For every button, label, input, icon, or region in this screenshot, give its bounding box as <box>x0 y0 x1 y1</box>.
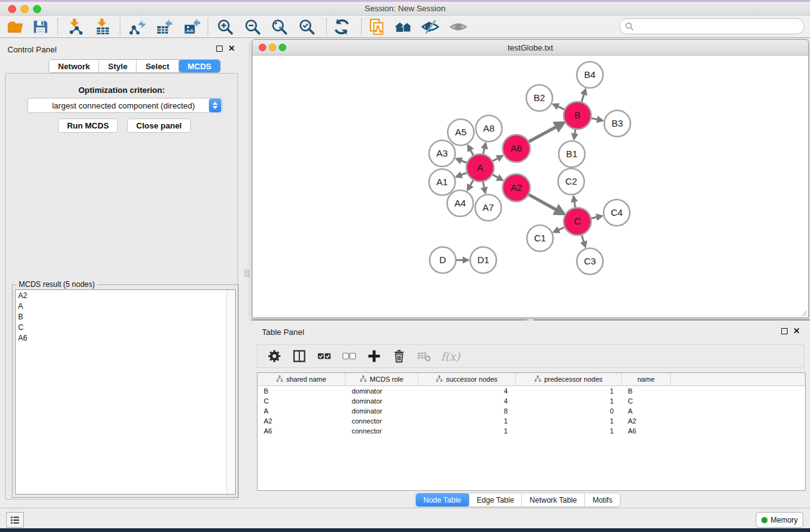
table-cell[interactable]: dominator <box>345 386 418 396</box>
tab-network[interactable]: Network <box>49 60 99 72</box>
table-cell[interactable]: connector <box>345 416 418 426</box>
table-cell[interactable]: A <box>622 406 671 416</box>
task-history-button[interactable] <box>6 512 24 528</box>
tab-network-table[interactable]: Network Table <box>522 493 585 506</box>
add-column-icon[interactable] <box>366 348 382 364</box>
edge-A6-B[interactable] <box>528 123 563 142</box>
hide-eye-icon[interactable] <box>420 17 441 36</box>
column-view-icon[interactable] <box>291 348 307 364</box>
home-icon[interactable] <box>393 17 414 36</box>
table-row[interactable]: A6connector11A6 <box>258 426 805 436</box>
edge-A-A5[interactable] <box>468 146 474 156</box>
edge-B-B1[interactable] <box>574 129 576 138</box>
zoom-fit-icon[interactable] <box>269 17 290 36</box>
table-row[interactable]: Adominator80A <box>258 406 805 416</box>
gear-icon[interactable] <box>266 348 282 364</box>
zoom-selected-icon[interactable] <box>296 17 317 36</box>
delete-icon[interactable] <box>391 348 407 364</box>
table-row[interactable]: Bdominator41B <box>258 386 805 396</box>
vertical-splitter[interactable] <box>243 38 251 508</box>
import-table-icon[interactable] <box>92 17 113 36</box>
tab-motifs[interactable]: Motifs <box>585 493 620 506</box>
search-field[interactable] <box>619 18 804 34</box>
tab-edge-table[interactable]: Edge Table <box>470 493 523 506</box>
edge-B-B3[interactable] <box>591 118 602 120</box>
edge-B-B4[interactable] <box>581 90 585 102</box>
table-cell[interactable]: 4 <box>418 396 516 406</box>
search-input[interactable] <box>634 20 804 32</box>
table-cell[interactable]: dominator <box>345 396 418 406</box>
table-cell[interactable]: 0 <box>516 406 622 416</box>
result-item[interactable]: A2 <box>16 290 235 301</box>
table-cell[interactable]: 1 <box>516 396 622 406</box>
edge-C-C4[interactable] <box>591 216 601 218</box>
table-cell[interactable]: 8 <box>418 406 516 416</box>
zoom-in-icon[interactable] <box>215 17 236 36</box>
edge-A-A6[interactable] <box>492 156 502 161</box>
column-header-predecessor-nodes[interactable]: predecessor nodes <box>516 373 622 385</box>
result-scrollbar[interactable] <box>226 290 235 494</box>
column-header-mcds-role[interactable]: MCDS role <box>345 373 418 385</box>
table-cell[interactable]: 1 <box>516 416 622 426</box>
result-item[interactable]: A6 <box>16 332 235 343</box>
table-cell[interactable]: connector <box>345 426 418 436</box>
edge-B-B2[interactable] <box>554 104 565 109</box>
table-cell[interactable]: A2 <box>622 416 671 426</box>
duplicate-network-icon[interactable] <box>367 17 388 36</box>
table-cell[interactable]: 1 <box>418 416 516 426</box>
column-header-name[interactable]: name <box>622 373 671 385</box>
edge-A-A1[interactable] <box>456 173 467 177</box>
table-cell[interactable]: 4 <box>418 386 516 396</box>
float-panel-icon[interactable] <box>216 46 223 52</box>
table-row[interactable]: A2connector11A2 <box>258 416 805 426</box>
float-table-panel-icon[interactable] <box>781 328 788 334</box>
export-image-icon[interactable] <box>181 17 203 36</box>
edge-C-C2[interactable] <box>574 197 576 208</box>
memory-button[interactable]: Memory <box>756 512 803 528</box>
import-network-icon[interactable] <box>65 17 86 36</box>
mcds-result-list[interactable]: A2ABCA6 <box>15 289 236 495</box>
close-panel-icon[interactable]: ✕ <box>228 46 235 52</box>
table-cell[interactable]: 1 <box>516 386 622 396</box>
edge-A2-C[interactable] <box>528 195 563 214</box>
unchecked-boxes-icon[interactable] <box>341 348 357 364</box>
table-cell[interactable]: dominator <box>345 406 418 416</box>
edge-A-A2[interactable] <box>492 175 502 180</box>
table-cell[interactable]: C <box>258 396 345 406</box>
table-cell[interactable]: A6 <box>622 426 671 436</box>
network-window-titlebar[interactable]: testGlobe.txt <box>253 40 808 56</box>
result-item[interactable]: B <box>16 311 235 322</box>
result-item[interactable]: A <box>16 301 235 311</box>
result-item[interactable]: C <box>16 322 235 332</box>
column-header-successor-nodes[interactable]: successor nodes <box>418 373 516 385</box>
tab-node-table[interactable]: Node Table <box>416 493 470 506</box>
table-cell[interactable]: B <box>622 386 671 396</box>
table-cell[interactable]: 1 <box>516 426 622 436</box>
tab-mcds[interactable]: MCDS <box>179 60 220 72</box>
close-table-panel-icon[interactable]: ✕ <box>793 328 800 334</box>
edge-A-A8[interactable] <box>483 143 486 154</box>
criterion-dropdown[interactable]: largest connected component (directed) <box>27 98 223 113</box>
save-session-icon[interactable] <box>30 17 51 36</box>
edge-C-C3[interactable] <box>582 235 586 246</box>
refresh-icon[interactable] <box>331 17 352 36</box>
tab-select[interactable]: Select <box>137 60 178 72</box>
table-cell[interactable]: B <box>258 386 345 396</box>
checked-boxes-icon[interactable] <box>316 348 332 364</box>
edge-A-A7[interactable] <box>483 181 485 193</box>
resize-grip-icon[interactable] <box>799 309 808 317</box>
table-cell[interactable]: A <box>258 406 345 416</box>
open-file-icon[interactable] <box>5 17 26 36</box>
export-network-icon[interactable] <box>127 17 148 36</box>
export-table-icon[interactable] <box>154 17 175 36</box>
splitter-handle[interactable] <box>244 270 249 277</box>
network-canvas[interactable]: B4B2BB3A5A8A6A3B1AA1C2A2A4A7C4CC1C3DD1 <box>253 56 808 317</box>
table-cell[interactable]: 1 <box>418 426 516 436</box>
zoom-out-icon[interactable] <box>242 17 263 36</box>
tab-style[interactable]: Style <box>99 60 137 72</box>
table-cell[interactable]: C <box>622 396 671 406</box>
edge-C-C1[interactable] <box>554 227 565 232</box>
edge-A-A4[interactable] <box>468 180 473 190</box>
table-row[interactable]: Cdominator41C <box>258 396 805 406</box>
edge-A-A3[interactable] <box>456 159 467 163</box>
